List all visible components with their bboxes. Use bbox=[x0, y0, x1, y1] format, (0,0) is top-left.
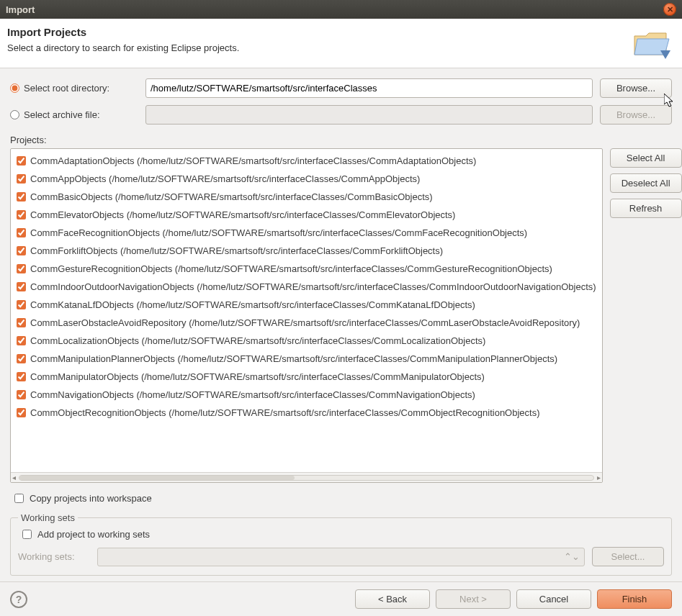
project-item[interactable]: CommManipulatorObjects (/home/lutz/SOFTW… bbox=[11, 368, 602, 386]
working-sets-select-button: Select... bbox=[592, 547, 664, 566]
project-label: CommKatanaLfDObjects (/home/lutz/SOFTWAR… bbox=[30, 297, 475, 312]
add-to-working-sets-label: Add project to working sets bbox=[37, 529, 150, 540]
project-label: CommAdaptationObjects (/home/lutz/SOFTWA… bbox=[30, 153, 476, 168]
project-item[interactable]: CommKatanaLfDObjects (/home/lutz/SOFTWAR… bbox=[11, 296, 602, 314]
cancel-button[interactable]: Cancel bbox=[516, 589, 591, 609]
scroll-left-icon[interactable]: ◂ bbox=[12, 474, 16, 481]
page-subtitle: Select a directory to search for existin… bbox=[7, 42, 632, 53]
combo-stepper-icon: ⌃⌄ bbox=[564, 551, 580, 562]
import-folder-icon bbox=[632, 26, 670, 60]
titlebar: Import ✕ bbox=[0, 0, 682, 19]
project-checkbox[interactable] bbox=[17, 264, 26, 273]
project-label: CommObjectRecognitionObjects (/home/lutz… bbox=[30, 405, 540, 420]
project-label: CommGestureRecognitionObjects (/home/lut… bbox=[30, 261, 552, 276]
browse-archive-button: Browse... bbox=[600, 105, 672, 124]
projects-label: Projects: bbox=[10, 135, 672, 145]
project-item[interactable]: CommManipulationPlannerObjects (/home/lu… bbox=[11, 350, 602, 368]
project-item[interactable]: CommGestureRecognitionObjects (/home/lut… bbox=[11, 260, 602, 278]
finish-button[interactable]: Finish bbox=[597, 589, 672, 609]
project-label: CommManipulationPlannerObjects (/home/lu… bbox=[30, 351, 557, 366]
wizard-footer: ? < Back Next > Cancel Finish bbox=[0, 581, 682, 616]
project-checkbox[interactable] bbox=[17, 336, 26, 345]
projects-list-box: CommAdaptationObjects (/home/lutz/SOFTWA… bbox=[10, 148, 603, 483]
back-button[interactable]: < Back bbox=[355, 589, 430, 609]
project-label: CommForkliftObjects (/home/lutz/SOFTWARE… bbox=[30, 243, 443, 258]
working-sets-combo-label: Working sets: bbox=[18, 551, 90, 562]
archive-file-radio-input[interactable] bbox=[10, 110, 19, 119]
project-item[interactable]: CommLocalizationObjects (/home/lutz/SOFT… bbox=[11, 332, 602, 350]
project-item[interactable]: CommObjectRecognitionObjects (/home/lutz… bbox=[11, 404, 602, 422]
project-item[interactable]: CommAppObjects (/home/lutz/SOFTWARE/smar… bbox=[11, 170, 602, 188]
root-directory-radio[interactable]: Select root directory: bbox=[10, 83, 138, 94]
project-checkbox[interactable] bbox=[17, 390, 26, 399]
root-directory-radio-label: Select root directory: bbox=[24, 83, 109, 94]
window-title: Import bbox=[6, 4, 663, 15]
add-to-working-sets-checkbox-input[interactable] bbox=[22, 530, 32, 539]
project-item[interactable]: CommElevatorObjects (/home/lutz/SOFTWARE… bbox=[11, 206, 602, 224]
project-checkbox[interactable] bbox=[17, 210, 26, 219]
project-checkbox[interactable] bbox=[17, 408, 26, 417]
root-directory-input[interactable] bbox=[145, 78, 593, 98]
project-label: CommManipulatorObjects (/home/lutz/SOFTW… bbox=[30, 369, 485, 384]
project-checkbox[interactable] bbox=[17, 318, 26, 327]
working-sets-group: Working sets Add project to working sets… bbox=[10, 512, 672, 576]
project-label: CommFaceRecognitionObjects (/home/lutz/S… bbox=[30, 225, 527, 240]
root-directory-radio-input[interactable] bbox=[10, 83, 19, 93]
projects-list[interactable]: CommAdaptationObjects (/home/lutz/SOFTWA… bbox=[11, 149, 602, 472]
project-checkbox[interactable] bbox=[17, 372, 26, 381]
project-checkbox[interactable] bbox=[17, 354, 26, 363]
archive-file-input bbox=[145, 105, 593, 124]
page-title: Import Projects bbox=[7, 26, 632, 38]
project-label: CommAppObjects (/home/lutz/SOFTWARE/smar… bbox=[30, 171, 420, 186]
archive-file-radio[interactable]: Select archive file: bbox=[10, 109, 138, 120]
project-label: CommLocalizationObjects (/home/lutz/SOFT… bbox=[30, 333, 485, 348]
project-item[interactable]: CommBasicObjects (/home/lutz/SOFTWARE/sm… bbox=[11, 188, 602, 206]
project-label: CommNavigationObjects (/home/lutz/SOFTWA… bbox=[30, 387, 475, 402]
project-checkbox[interactable] bbox=[17, 156, 26, 166]
project-label: CommBasicObjects (/home/lutz/SOFTWARE/sm… bbox=[30, 189, 433, 204]
project-label: CommElevatorObjects (/home/lutz/SOFTWARE… bbox=[30, 207, 455, 222]
project-item[interactable]: CommForkliftObjects (/home/lutz/SOFTWARE… bbox=[11, 242, 602, 260]
project-checkbox[interactable] bbox=[17, 228, 26, 237]
copy-into-workspace-checkbox-input[interactable] bbox=[14, 494, 24, 503]
project-checkbox[interactable] bbox=[17, 246, 26, 255]
working-sets-legend: Working sets bbox=[18, 512, 78, 523]
copy-into-workspace-label: Copy projects into workspace bbox=[30, 493, 152, 504]
select-all-button[interactable]: Select All bbox=[610, 148, 682, 168]
archive-file-radio-label: Select archive file: bbox=[24, 109, 100, 120]
project-label: CommIndoorOutdoorNavigationObjects (/hom… bbox=[30, 279, 596, 294]
project-checkbox[interactable] bbox=[17, 282, 26, 291]
project-item[interactable]: CommFaceRecognitionObjects (/home/lutz/S… bbox=[11, 224, 602, 242]
project-checkbox[interactable] bbox=[17, 300, 26, 309]
browse-root-button[interactable]: Browse... bbox=[600, 78, 672, 98]
project-checkbox[interactable] bbox=[17, 192, 26, 201]
help-icon[interactable]: ? bbox=[10, 591, 27, 608]
scroll-thumb[interactable] bbox=[19, 476, 295, 480]
refresh-button[interactable]: Refresh bbox=[610, 199, 682, 218]
next-button: Next > bbox=[436, 589, 511, 609]
scroll-right-icon[interactable]: ▸ bbox=[597, 474, 601, 481]
project-item[interactable]: CommAdaptationObjects (/home/lutz/SOFTWA… bbox=[11, 152, 602, 170]
wizard-header: Import Projects Select a directory to se… bbox=[0, 19, 682, 68]
project-item[interactable]: CommNavigationObjects (/home/lutz/SOFTWA… bbox=[11, 386, 602, 404]
project-item[interactable]: CommLaserObstacleAvoidRepository (/home/… bbox=[11, 314, 602, 332]
deselect-all-button[interactable]: Deselect All bbox=[610, 173, 682, 193]
close-icon[interactable]: ✕ bbox=[663, 3, 676, 16]
project-checkbox[interactable] bbox=[17, 174, 26, 184]
copy-into-workspace-checkbox[interactable]: Copy projects into workspace bbox=[10, 493, 672, 504]
project-label: CommLaserObstacleAvoidRepository (/home/… bbox=[30, 315, 580, 330]
projects-horizontal-scrollbar[interactable]: ◂ ▸ bbox=[11, 472, 602, 482]
add-to-working-sets-checkbox[interactable]: Add project to working sets bbox=[18, 529, 664, 540]
scroll-track[interactable] bbox=[19, 475, 594, 481]
project-item[interactable]: CommIndoorOutdoorNavigationObjects (/hom… bbox=[11, 278, 602, 296]
working-sets-combo: ⌃⌄ bbox=[97, 548, 585, 566]
